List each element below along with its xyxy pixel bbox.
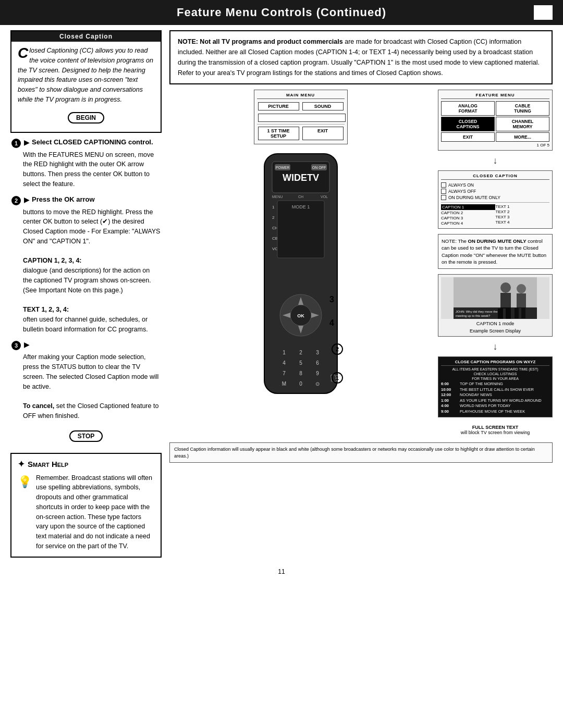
text-body: often used for channel guide, schedules,… — [23, 316, 148, 333]
closed-caption-box: Closed Caption C losed Captioning (CC) a… — [10, 30, 162, 133]
fm-page-number: 1 OF 5 — [441, 143, 549, 147]
cc-text-1: TEXT 1 — [496, 204, 550, 209]
svg-text:9: 9 — [316, 371, 319, 376]
prog-show-3: NOONDAY NEWS — [460, 392, 492, 397]
people-svg: JOHN: Why did they move the meeting up t… — [454, 277, 537, 319]
stop-btn-container: STOP — [11, 427, 161, 445]
step-1-header: 1 ▶ Select CLOSED CAPTIONING control. — [11, 138, 161, 148]
cc-label-mute: ON DURING MUTE ONLY — [448, 195, 500, 200]
main-content: Closed Caption C losed Captioning (CC) a… — [0, 25, 563, 563]
page-number: 11 — [0, 568, 563, 581]
svg-text:CH: CH — [298, 195, 303, 199]
cc-menu-diagram: CLOSED CAPTION ALWAYS ON ALWAYS OFF ON D… — [438, 170, 553, 229]
step-3-header: 3 ▶ — [11, 340, 161, 350]
svg-text:4: 4 — [329, 318, 334, 327]
big-c-letter: C — [18, 46, 28, 60]
main-menu-diagram: MAIN MENU PICTURE SOUND FEATURES 1 ST TI… — [254, 90, 348, 144]
smart-help-title: ✦ Smart Help — [18, 459, 154, 469]
step-1-body: With the FEATURES MENU on screen, move t… — [23, 150, 161, 189]
text-title: TEXT 1, 2, 3, 4: — [23, 306, 69, 313]
cc-option-always-on: ALWAYS ON — [441, 182, 549, 188]
cc-checkbox-always-on — [441, 182, 446, 188]
closed-caption-body: C losed Captioning (CC) allows you to re… — [18, 46, 154, 105]
arrow-down-2: ↓ — [438, 342, 553, 351]
prog-time-2: 10:00 — [441, 387, 457, 392]
svg-text:1: 1 — [272, 205, 275, 209]
svg-point-44 — [500, 282, 511, 293]
prog-show-4: AS YOUR LIFE TURNS MY WORLD AROUND — [460, 398, 542, 403]
full-screen-label: FULL SCREEN TEXT will block TV screen fr… — [438, 425, 553, 435]
step-2: 2 ▶ Press the OK arrow buttons to move t… — [11, 195, 161, 335]
prog-title: CLOSE CAPTION PROGRAMS ON WXYZ — [441, 360, 549, 366]
remote-container: WIDETV POWER ON OFF MENU CH VOL 1 2 — [249, 149, 353, 400]
svg-rect-45 — [500, 293, 511, 309]
prog-item-1: 6:00 TOP OF THE MORNING — [441, 381, 549, 386]
prog-sub-2: CHECK LOCAL LISTINGS — [441, 372, 549, 376]
step-2-body: buttons to move the RED highlight. Press… — [23, 207, 161, 335]
fm-btn-closed: CLOSEDCAPTIONS — [441, 117, 495, 131]
svg-rect-49 — [517, 293, 526, 308]
step-1-arrow: ▶ — [24, 138, 30, 146]
main-menu-title: MAIN MENU — [257, 93, 345, 99]
caption-title: CAPTION 1, 2, 3, 4: — [23, 257, 82, 264]
arrow-down-1: ↓ — [438, 156, 553, 165]
prog-sub-1: ALL ITEMS ARE EASTERN STANDARD TIME (EST… — [441, 367, 549, 371]
svg-text:2: 2 — [335, 346, 338, 352]
menu-btn-features: FEATURES — [258, 114, 346, 122]
cc-right-items: TEXT 1 TEXT 2 TEXT 3 TEXT 4 — [496, 204, 550, 226]
cc-programs-listing: CLOSE CAPTION PROGRAMS ON WXYZ ALL ITEMS… — [438, 356, 553, 417]
cc-note-below: Closed Caption information will usually … — [169, 442, 553, 463]
step-3-body: After making your Caption mode selection… — [23, 352, 161, 421]
full-screen-sublabel: will block TV screen from viewing — [461, 430, 530, 435]
svg-text:MENU: MENU — [272, 195, 283, 199]
fm-btn-cable: CABLETUNING — [496, 101, 549, 116]
svg-text:4: 4 — [283, 360, 286, 366]
step-1-title: Select CLOSED CAPTIONING control. — [32, 138, 153, 146]
cc-text-3: TEXT 3 — [496, 215, 550, 219]
cc-two-col: CAPTION 1 CAPTION 2 CAPTION 3 CAPTION 4 … — [441, 204, 549, 226]
cc-caption-4: CAPTION 4 — [441, 221, 495, 226]
begin-button: BEGIN — [68, 112, 104, 124]
svg-text:JOHN: Why did they move the: JOHN: Why did they move the — [456, 310, 498, 313]
cancel-text: To cancel, — [23, 402, 54, 410]
cc-left-items: CAPTION 1 CAPTION 2 CAPTION 3 CAPTION 4 — [441, 204, 495, 226]
svg-text:3: 3 — [329, 295, 334, 304]
prog-sub-3: FOR TIMES IN YOUR AREA — [441, 377, 549, 380]
svg-text:M: M — [282, 381, 286, 387]
svg-text:8: 8 — [299, 371, 302, 376]
step-1-number: 1 — [11, 139, 21, 148]
caption-body: dialogue (and descriptions) for the acti… — [23, 267, 151, 294]
remote-svg: WIDETV POWER ON OFF MENU CH VOL 1 2 — [249, 149, 353, 399]
cc-option-mute: ON DURING MUTE ONLY — [441, 194, 549, 201]
svg-text:CB: CB — [272, 236, 278, 241]
cc-caption-2: CAPTION 2 — [441, 211, 495, 215]
prog-show-2: THE BEST LITTLE CALL-IN SHOW EVER — [460, 387, 534, 392]
svg-text:VOL: VOL — [320, 195, 327, 199]
cc-text-4: TEXT 4 — [496, 220, 550, 225]
step-2-title: Press the OK arrow — [32, 195, 95, 203]
svg-text:5: 5 — [299, 360, 302, 366]
menu-btn-picture: PICTURE — [258, 102, 299, 110]
page-header: Feature Menu Controls (Continued) — [0, 0, 563, 25]
center-diagram: MAIN MENU PICTURE SOUND FEATURES 1 ST TI… — [169, 90, 432, 400]
step-3: 3 ▶ After making your Caption mode selec… — [11, 340, 161, 421]
fm-btn-exit: EXIT — [441, 132, 495, 142]
fm-exit-row: EXIT MORE... — [441, 132, 549, 142]
slash-icon: ✦ — [18, 459, 25, 469]
prog-show-1: TOP OF THE MORNING — [460, 381, 503, 386]
step-2-number: 2 — [11, 196, 21, 205]
cc-checkbox-always-off — [441, 189, 446, 194]
svg-text:0: 0 — [299, 381, 302, 387]
mute-note-text: NOTE: The ON DURING MUTE ONLY control ca… — [442, 238, 546, 265]
fm-btn-more: MORE... — [496, 132, 549, 142]
step-1: 1 ▶ Select CLOSED CAPTIONING control. Wi… — [11, 138, 161, 189]
prog-show-5: WORLD NEWS FOR TODAY — [460, 403, 511, 408]
full-screen-label-bold: FULL SCREEN TEXT — [472, 425, 518, 430]
svg-text:3: 3 — [316, 350, 319, 355]
header-box — [534, 5, 553, 20]
svg-text:WIDETV: WIDETV — [283, 172, 319, 183]
prog-time-1: 6:00 — [441, 381, 457, 386]
cc-caption-3: CAPTION 3 — [441, 216, 495, 220]
note-box: NOTE: Not all TV programs and product co… — [169, 30, 553, 84]
svg-text:2: 2 — [299, 350, 302, 355]
